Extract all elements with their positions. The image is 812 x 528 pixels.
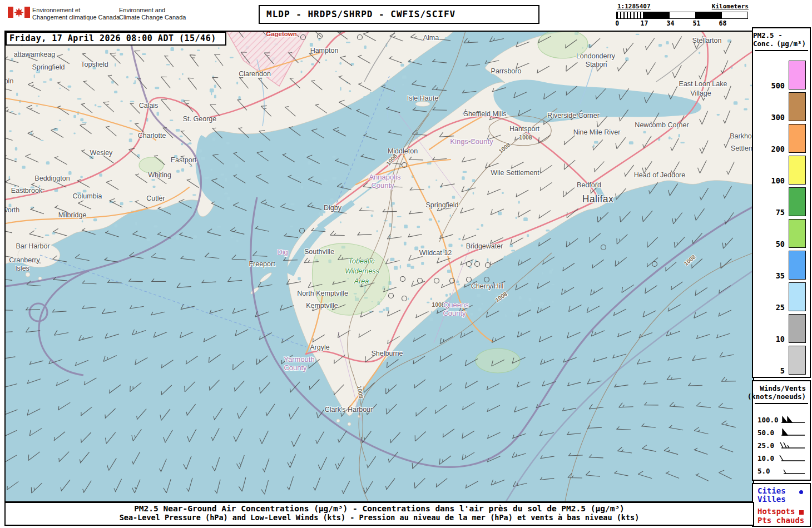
map-label: Cranberry [9,256,40,264]
map-label: Argyle [310,343,329,351]
pm25-color-swatch [789,61,806,89]
wind-speed-label: 50.0 [757,429,779,437]
pm25-color-swatch [789,346,806,375]
cities-label-en: Cities [757,487,786,495]
map-label: Bar Harbor [16,242,49,250]
pm25-color-swatch [789,219,806,248]
map-label: 1008 [356,385,365,399]
markers-legend: Cities Villes Hotspots Pts chauds [752,483,811,527]
map-label: Calais [139,102,159,109]
pm25-legend-entry: 200 [753,121,810,153]
wind-legend-entry: 25.0 [753,439,810,452]
map-label: 1008 [494,290,508,303]
pm25-legend-entry: 100 [753,153,810,185]
pm25-threshold-label: 100 [771,177,785,185]
map-label: 1008 [519,134,532,141]
hotspot-square-icon [799,510,804,515]
map-label: Barkho [730,132,752,140]
pm25-color-swatch [789,124,806,153]
map-label: Gagetown [266,31,297,37]
wind-speed-label: 5.0 [757,467,779,475]
hotspots-label-fr: Pts chauds [757,516,804,525]
pm25-threshold-label: 5 [780,367,785,375]
scale-tick: 51 [693,19,701,27]
wind-speed-label: 25.0 [757,441,779,450]
scale-tick: 17 [641,19,648,27]
wind-legend-entry: 10.0 [753,452,810,465]
map-label: Yarmouth [284,355,314,363]
scale-segment [643,12,669,18]
scale-tick: 34 [667,19,675,27]
map-label: Parrsboro [491,67,522,75]
wind-barb-icon [779,416,807,424]
pm25-legend-entry: 10 [753,311,810,343]
map-label: County [371,181,394,190]
map-label: Hampton [310,47,339,54]
caption-line1: PM2.5 Near-Ground Air Concentrations (µg… [6,504,753,513]
map-label: Freeport [249,260,275,268]
map-label: St. George [183,115,216,123]
map-label: Charlotte [138,132,166,140]
pm25-threshold-label: 10 [776,335,785,343]
pm25-threshold-label: 25 [776,303,785,311]
wind-barb-icon [779,429,807,437]
hotspots-label-en: Hotspots [757,507,795,516]
map-label: County [284,363,306,372]
wind-barb-icon [779,454,807,462]
map-label: Area [354,277,369,285]
map-label: Wile Settlement [491,169,539,177]
map-label: Wesley [90,149,113,157]
map-label: 1008 [682,253,697,267]
pm25-threshold-label: 50 [776,240,785,248]
wind-speed-label: 10.0 [757,454,779,462]
pm25-threshold-label: 200 [771,145,785,153]
map-label: Kemptville [306,302,338,310]
wind-legend-entry: 5.0 [753,465,810,477]
map-label: Village [690,89,711,97]
map-label: Digby [324,204,341,212]
map-label: Cherry Hill [471,282,503,290]
map-label: Eastbrook [11,187,42,195]
map-label: Clarendon [239,70,271,78]
pm25-legend-units: (µg/m³) [776,39,806,48]
pm25-color-swatch [789,92,806,121]
map-canvas[interactable]: attawamkeagSpringfieldTopsfieldolnCalais… [4,31,754,502]
map-scale: 1:1285407 Kilometers 017345168 [616,3,750,29]
map-label: Londonderry [576,52,615,60]
map-label: 1008 [497,141,512,155]
pm25-legend-entry: 500 [753,58,810,89]
map-label: Springfield [32,63,65,71]
eccc-dispersion-map-page: Environnement etChangement climatique Ca… [0,0,812,528]
pm25-legend-entry: 50 [753,216,810,248]
map-label: Settlem [731,145,754,152]
cities-label-fr: Villes [757,495,786,504]
scale-tick: 68 [719,19,727,27]
map-label: oln [4,77,13,85]
map-label: Wilderness [345,267,379,275]
map-label: Newcomb Corner [635,121,689,129]
map-label: attawamkeag [14,51,55,58]
wind-barb-icon [779,467,807,475]
map-label: Annapolis [369,173,400,181]
canada-flag-logo [8,7,30,18]
pm25-threshold-label: 500 [771,82,785,89]
department-name-en: Environment andClimate Change Canada [119,7,186,21]
scale-segment [669,12,695,18]
pm25-threshold-label: 75 [776,208,785,216]
wind-barb-icon [779,441,807,450]
map-label: 1008 [432,301,444,308]
pm25-threshold-label: 35 [776,272,785,280]
winds-legend: Winds/Vents (knots/noeuds) 100.050.025.0… [752,380,811,481]
pm25-color-swatch [789,314,806,343]
map-label: Bedford [577,181,601,189]
caption-line2: Sea-Level Pressure (hPa) and Low-Level W… [6,513,753,522]
product-title: MLDP - HRDPS/SHRPD - CWFIS/SCIFV [259,5,539,24]
city-dot-icon [799,490,803,494]
pm25-color-swatch [789,187,806,216]
map-label: Columbia [73,192,102,200]
pm25-color-swatch [789,251,806,280]
map-label: Springfield [425,201,458,209]
map-label: Isle Haute [407,94,438,102]
map-label: Halifax [582,193,613,205]
map-label: North Kemptville [297,290,348,297]
